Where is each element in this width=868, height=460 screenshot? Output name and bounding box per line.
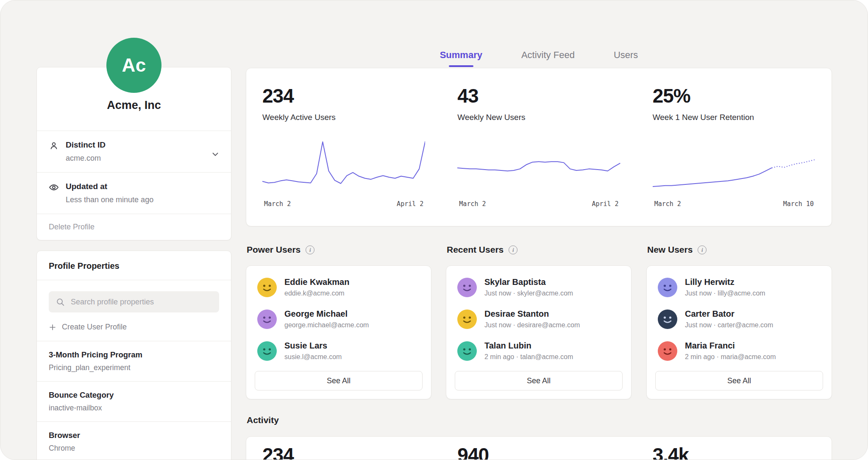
see-all-button[interactable]: See All (655, 371, 823, 390)
recent-users-title: Recent Users (447, 245, 504, 255)
property-item[interactable]: Bounce Category inactive-mailbox (37, 382, 231, 421)
user-row[interactable]: Susie Lars susie.l@acme.com (246, 335, 431, 367)
see-all-button[interactable]: See All (455, 371, 623, 390)
user-name: Carter Bator (685, 309, 773, 319)
updated-at-label: Updated at (66, 182, 153, 191)
user-avatar (658, 341, 677, 361)
user-meta: Just now · carter@acme.com (685, 321, 773, 329)
user-name: Eddie Kwakman (284, 277, 349, 287)
search-profile-properties (49, 291, 219, 312)
stat-value: 25% (653, 84, 815, 107)
profile-properties-title: Profile Properties (37, 251, 231, 280)
new-users-section: New Users Lilly Herwitz Just now · lilly… (646, 245, 832, 399)
delete-profile-button[interactable]: Delete Profile (37, 214, 231, 240)
user-name: Skylar Baptista (484, 277, 573, 287)
profile-card: Acme, Inc Distinct ID acme.com (36, 67, 231, 240)
activity-card: 234 940 3.4k (246, 436, 832, 460)
stat-value: 43 (457, 84, 620, 107)
info-icon[interactable] (509, 245, 517, 254)
tab-activity-feed[interactable]: Activity Feed (521, 50, 575, 66)
recent-users-card: Skylar Baptista Just now · skyler@acme.c… (446, 265, 632, 399)
user-meta: susie.l@acme.com (284, 353, 342, 361)
divider (37, 280, 231, 280)
activity-stat-value: 940 (457, 443, 620, 460)
company-avatar: Ac (106, 38, 161, 93)
chevron-down-icon[interactable] (211, 150, 220, 159)
activity-stat-value: 3.4k (653, 443, 815, 460)
power-users-section: Power Users Eddie Kwakman eddie.k@acme.c… (246, 245, 431, 399)
property-label: 3-Month Pricing Program (49, 350, 219, 360)
stat-label: Weekly New Users (457, 113, 620, 122)
week1-retention-sparkline (653, 138, 815, 193)
person-icon (49, 141, 59, 151)
user-meta: eddie.k@acme.com (284, 290, 349, 297)
activity-title: Activity (247, 415, 279, 425)
x-axis-tick-start: March 2 (654, 200, 681, 208)
property-label: Browser (49, 431, 219, 440)
x-axis-tick-start: March 2 (459, 200, 486, 208)
company-avatar-initials: Ac (122, 55, 146, 76)
new-users-card: Lilly Herwitz Just now · lilly@acme.com … (646, 265, 832, 399)
info-icon[interactable] (306, 245, 314, 254)
user-row[interactable]: Carter Bator Just now · carter@acme.com (647, 303, 832, 335)
user-avatar (257, 309, 277, 329)
tab-users[interactable]: Users (614, 50, 638, 66)
user-meta: Just now · desirare@acme.com (484, 321, 580, 329)
user-meta: Just now · skyler@acme.com (484, 290, 573, 297)
property-value: Chrome (49, 444, 219, 453)
stat-week1-retention: 25% Week 1 New User Retention March 2 Ma… (637, 68, 832, 226)
user-name: Talan Lubin (484, 341, 573, 351)
create-user-profile-button[interactable]: Create User Profile (49, 323, 219, 332)
info-icon[interactable] (698, 245, 707, 254)
new-users-title: New Users (647, 245, 693, 255)
distinct-id-row[interactable]: Distinct ID acme.com (37, 131, 231, 172)
user-row[interactable]: George Michael george.michael@acme.com (246, 303, 431, 335)
search-icon (56, 297, 65, 307)
user-avatar (257, 341, 277, 361)
user-name: George Michael (284, 309, 369, 319)
distinct-id-label: Distinct ID (66, 140, 106, 150)
user-avatar (257, 278, 277, 297)
distinct-id-value: acme.com (66, 154, 106, 163)
x-axis-tick-end: April 2 (592, 200, 618, 208)
tab-bar: Summary Activity Feed Users (246, 50, 832, 66)
stat-weekly-active-users: 234 Weekly Active Users March 2 April 2 (246, 68, 441, 226)
user-avatar (457, 309, 477, 329)
user-avatar (457, 341, 477, 361)
power-users-title: Power Users (247, 245, 300, 255)
updated-at-value: Less than one minute ago (66, 195, 153, 204)
tab-summary[interactable]: Summary (440, 50, 482, 66)
activity-stat-value: 234 (262, 443, 425, 460)
user-row[interactable]: Maria Franci 2 min ago · maria@acme.com (647, 335, 832, 367)
user-row[interactable]: Eddie Kwakman eddie.k@acme.com (246, 271, 431, 303)
user-meta: Just now · lilly@acme.com (685, 290, 765, 297)
user-name: Maria Franci (685, 341, 776, 351)
stat-value: 234 (262, 84, 425, 107)
weekly-active-users-sparkline (262, 138, 425, 193)
profile-properties-card: Profile Properties Create User Profile 3… (36, 251, 231, 460)
user-row[interactable]: Talan Lubin 2 min ago · talan@acme.com (446, 335, 631, 367)
user-avatar (457, 278, 477, 297)
summary-stats-card: 234 Weekly Active Users March 2 April 2 … (246, 68, 832, 226)
user-meta: george.michael@acme.com (284, 321, 369, 329)
user-name: Lilly Herwitz (685, 277, 765, 287)
recent-users-section: Recent Users Skylar Baptista Just now · … (446, 245, 632, 399)
search-input[interactable] (70, 297, 212, 307)
see-all-button[interactable]: See All (255, 371, 423, 390)
stat-weekly-new-users: 43 Weekly New Users March 2 April 2 (441, 68, 636, 226)
updated-at-row: Updated at Less than one minute ago (37, 173, 231, 214)
property-item[interactable]: Browser Chrome (37, 422, 231, 460)
user-avatar (658, 278, 677, 297)
plus-icon (49, 323, 56, 331)
stat-label: Weekly Active Users (262, 113, 425, 122)
user-row[interactable]: Desirae Stanton Just now · desirare@acme… (446, 303, 631, 335)
user-row[interactable]: Lilly Herwitz Just now · lilly@acme.com (647, 271, 832, 303)
x-axis-tick-end: March 10 (783, 200, 814, 208)
x-axis-tick-end: April 2 (397, 200, 423, 208)
user-row[interactable]: Skylar Baptista Just now · skyler@acme.c… (446, 271, 631, 303)
active-tab-underline (449, 65, 473, 67)
user-meta: 2 min ago · talan@acme.com (484, 353, 573, 361)
property-value: Pricing_plan_experiment (49, 363, 219, 372)
property-item[interactable]: 3-Month Pricing Program Pricing_plan_exp… (37, 341, 231, 381)
x-axis-tick-start: March 2 (264, 200, 291, 208)
